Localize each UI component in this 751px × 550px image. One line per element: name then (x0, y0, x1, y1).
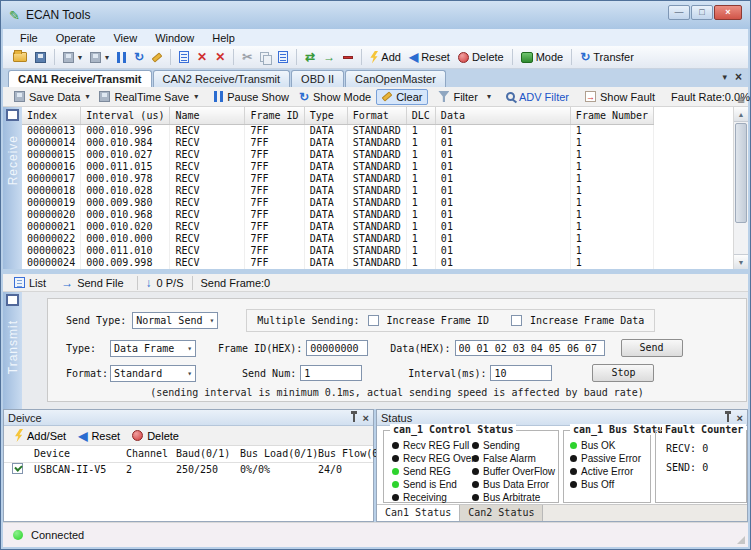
maximize-button[interactable]: □ (691, 5, 713, 20)
main-tab[interactable]: CAN2 Receive/Transmit (153, 70, 291, 87)
column-header[interactable]: Bus Load(0/1) (236, 446, 314, 462)
main-tab[interactable]: OBD II (291, 70, 344, 87)
toolbar-overflow-grip[interactable]: ▦ (737, 95, 745, 104)
column-header[interactable]: Index (22, 107, 81, 124)
arrow-down-icon[interactable]: ↓ (146, 277, 152, 289)
column-header[interactable]: Bus Flow(0/1) (314, 446, 373, 462)
device-checkbox[interactable] (12, 463, 23, 474)
show-fault-button[interactable]: →Show Fault (580, 90, 660, 104)
column-header[interactable]: Name (170, 107, 245, 124)
frame-type-select[interactable]: Data Frame ▾ (110, 340, 196, 357)
add-set-button[interactable]: Add/Set (10, 428, 71, 443)
frame-id-input[interactable] (306, 340, 368, 356)
column-header[interactable]: Interval (us) (81, 107, 170, 124)
remove-button[interactable] (339, 55, 357, 60)
main-tab[interactable]: CanOpenMaster (345, 70, 446, 87)
table-row[interactable]: 00000019000.009.980RECV7FFDATASTANDARD10… (22, 197, 654, 209)
send-type-select[interactable]: Normal Send ▾ (132, 312, 218, 329)
table-row[interactable]: 00000021000.010.020RECV7FFDATASTANDARD10… (22, 221, 654, 233)
stop-button[interactable]: Stop (592, 364, 654, 382)
scroll-up-icon[interactable]: ▲ (734, 107, 748, 122)
data-hex-input[interactable] (455, 340, 605, 356)
device-row[interactable]: USBCAN-II-V5 2 250/250 0%/0% 24/0 (4, 462, 373, 477)
tab-list-dropdown-icon[interactable]: ▾ (722, 72, 727, 82)
column-header[interactable]: Format (347, 107, 406, 124)
table-row[interactable]: 00000013000.010.996RECV7FFDATASTANDARD10… (22, 124, 654, 137)
send-num-input[interactable] (300, 365, 362, 381)
resize-grip[interactable] (737, 536, 745, 544)
menu-item[interactable]: Window (146, 31, 203, 45)
new-doc-button[interactable] (175, 50, 193, 64)
table-row[interactable]: 00000016000.011.015RECV7FFDATASTANDARD10… (22, 161, 654, 173)
menu-item[interactable]: Help (203, 31, 244, 45)
send-button[interactable]: Send (621, 339, 683, 357)
table-row[interactable]: 00000023000.011.010RECV7FFDATASTANDARD10… (22, 245, 654, 257)
tab-close-icon[interactable]: × (735, 72, 742, 82)
pause-show-button[interactable]: Pause Show (209, 90, 294, 104)
table-row[interactable]: 00000024000.009.998RECV7FFDATASTANDARD10… (22, 257, 654, 269)
sync-button[interactable]: ⇄ (301, 50, 319, 64)
device-reset-button[interactable]: ◀Reset (73, 429, 125, 443)
transfer-button[interactable]: ↻Transfer (576, 50, 638, 64)
column-header[interactable]: Type (304, 107, 347, 124)
increase-frame-data-checkbox[interactable] (511, 315, 522, 326)
open-file-button[interactable] (9, 51, 31, 63)
minimize-button[interactable]: — (668, 5, 690, 20)
pause-button[interactable] (113, 51, 130, 64)
increase-frame-id-checkbox[interactable] (368, 315, 379, 326)
save-data-dropdown-button[interactable]: ▾ (59, 51, 86, 64)
device-delete-button[interactable]: Delete (127, 429, 184, 443)
column-header[interactable]: Frame Number (570, 107, 653, 124)
forward-button[interactable]: → (319, 50, 339, 64)
paste-button[interactable] (274, 50, 292, 64)
refresh-button[interactable]: ↻ (130, 50, 148, 64)
edit-tool-button[interactable]: ✕ (193, 50, 211, 64)
status-tab[interactable]: Can2 Status (460, 505, 543, 521)
table-row[interactable]: 00000015000.010.027RECV7FFDATASTANDARD10… (22, 149, 654, 161)
realtime-save-button[interactable]: RealTime Save▾ (94, 90, 203, 104)
panel-close-icon[interactable]: × (737, 413, 743, 423)
pin-icon[interactable] (727, 414, 729, 422)
save-data-button[interactable]: Save Data▾ (9, 90, 94, 104)
close-button[interactable]: × (714, 5, 742, 20)
column-header[interactable]: Frame ID (245, 107, 304, 124)
panel-close-icon[interactable]: × (363, 413, 369, 423)
table-row[interactable]: 00000014000.010.984RECV7FFDATASTANDARD10… (22, 137, 654, 149)
mode-button[interactable]: Mode (517, 50, 568, 64)
send-file-button[interactable]: →Send File (56, 276, 128, 290)
pin-icon[interactable] (353, 414, 355, 422)
table-row[interactable]: 00000020000.010.968RECV7FFDATASTANDARD10… (22, 209, 654, 221)
scrollbar-thumb[interactable] (735, 123, 747, 223)
reset-device-button[interactable]: ◀Reset (405, 50, 454, 64)
add-device-button[interactable]: Add (366, 50, 405, 65)
table-row[interactable]: 00000017000.010.978RECV7FFDATASTANDARD10… (22, 173, 654, 185)
scroll-down-icon[interactable]: ▼ (734, 254, 748, 269)
receive-select-box-icon[interactable] (6, 109, 19, 121)
column-header[interactable]: Data (435, 107, 570, 124)
transmit-select-box-icon[interactable] (6, 294, 19, 306)
main-tab[interactable]: CAN1 Receive/Transmit (8, 70, 152, 87)
list-button[interactable]: List (9, 276, 51, 290)
column-header[interactable]: Channel (122, 446, 172, 462)
column-header[interactable]: Device (30, 446, 122, 462)
copy-button[interactable] (256, 51, 274, 64)
vertical-scrollbar[interactable]: ▲ ▼ (733, 107, 748, 269)
filter-combo[interactable]: Filter ▾ (434, 90, 494, 104)
cut-button[interactable]: ✂ (238, 50, 256, 64)
clear-button[interactable]: Clear (376, 89, 428, 105)
save-button[interactable] (31, 51, 50, 64)
adv-filter-button[interactable]: ADV Filter (501, 90, 574, 104)
delete-device-button[interactable]: Delete (454, 50, 508, 64)
delete-item-button[interactable]: ✕ (211, 50, 229, 64)
status-tab[interactable]: Can1 Status (377, 505, 460, 521)
column-header[interactable]: DLC (406, 107, 435, 124)
menu-item[interactable]: Operate (47, 31, 105, 45)
format-select[interactable]: Standard ▾ (110, 365, 196, 382)
menu-item[interactable]: View (104, 31, 146, 45)
realtime-save-dropdown-button[interactable]: ▾ (86, 51, 113, 64)
table-row[interactable]: 00000022000.010.000RECV7FFDATASTANDARD10… (22, 233, 654, 245)
interval-input[interactable] (490, 365, 552, 381)
clear-button[interactable] (148, 54, 166, 61)
table-row[interactable]: 00000018000.010.028RECV7FFDATASTANDARD10… (22, 185, 654, 197)
column-header[interactable]: Baud(0/1) (172, 446, 236, 462)
